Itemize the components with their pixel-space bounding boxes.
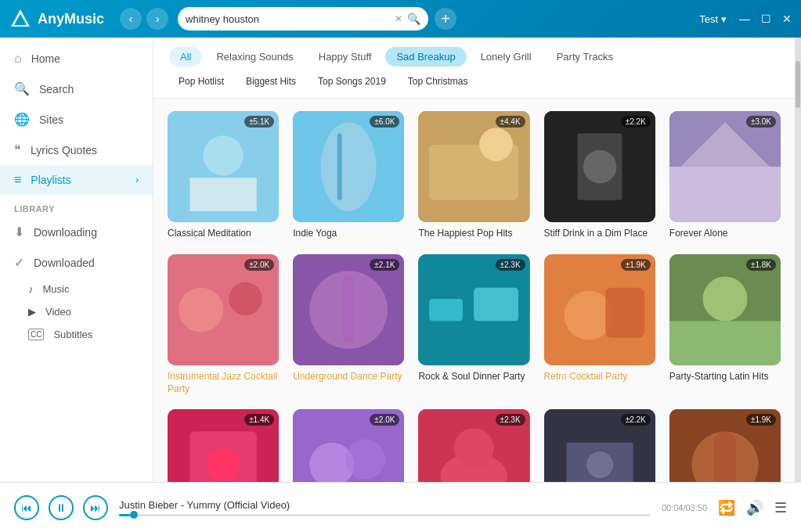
card-badge: ±3.0K <box>746 116 776 128</box>
playlist-card-6[interactable]: ±2.0K Instrumental Jazz Cocktail Party <box>168 254 279 395</box>
card-thumbnail: ±2.2K <box>544 111 655 222</box>
filter-tabs-row2: Pop Hotlist Biggest Hits Top Songs 2019 … <box>169 73 779 90</box>
music-icon: ♪ <box>28 283 34 295</box>
filter-all[interactable]: All <box>169 47 202 66</box>
sidebar-item-home[interactable]: ⌂ Home <box>0 44 153 74</box>
playlist-card-9[interactable]: ±1.9K Retro Cocktail Party <box>544 254 655 395</box>
filter-happy[interactable]: Happy Stuff <box>308 47 383 66</box>
player-title: Justin Bieber - Yummy (Official Video) <box>119 499 651 511</box>
prev-button[interactable]: ⏮ <box>14 495 39 520</box>
card-thumbnail: ±2.3K <box>418 409 529 482</box>
sidebar-label-subtitles: Subtitles <box>53 329 92 340</box>
search-clear-icon[interactable]: ✕ <box>395 13 402 24</box>
card-title: Retro Cocktail Party <box>544 371 655 383</box>
filter-sad[interactable]: Sad Breakup <box>385 47 466 66</box>
logo: AnyMusic <box>9 8 104 30</box>
sidebar-sub-subtitles[interactable]: CC Subtitles <box>0 323 153 346</box>
add-tab-button[interactable]: + <box>435 8 456 30</box>
card-thumbnail: ±5.1K <box>168 111 279 222</box>
filter-relaxing[interactable]: Relaxing Sounds <box>205 47 304 66</box>
player-controls: ⏮ ⏸ ⏭ <box>14 495 108 520</box>
card-title: Party-Starting Latin Hits <box>669 371 781 383</box>
sidebar-label-playlists: Playlists <box>31 174 70 186</box>
filter-xmas[interactable]: Top Christmas <box>399 73 478 90</box>
svg-rect-28 <box>605 287 644 337</box>
player-time: 00:04/03:50 <box>662 503 707 512</box>
playlist-card-15[interactable]: ±1.9K Midnight Melancholy <box>669 409 781 482</box>
search-input[interactable] <box>186 13 390 25</box>
playlists-icon: ≡ <box>14 173 21 187</box>
maximize-button[interactable]: ☐ <box>761 13 771 25</box>
progress-bar[interactable] <box>119 514 651 516</box>
playlist-card-12[interactable]: ±2.0K Family Approved Reggaeton Party <box>293 409 404 482</box>
card-title: Underground Dance Party <box>293 371 404 383</box>
svg-point-6 <box>321 122 377 211</box>
playlist-card-11[interactable]: ±1.4K Punk Party <box>168 409 279 482</box>
repeat-button[interactable]: 🔁 <box>718 499 735 516</box>
player-info: Justin Bieber - Yummy (Official Video) <box>119 499 651 516</box>
minimize-button[interactable]: — <box>739 13 750 25</box>
close-button[interactable]: ✕ <box>782 13 792 25</box>
next-button[interactable]: ⏭ <box>83 495 108 520</box>
title-right: Test ▾ — ☐ ✕ <box>699 13 792 25</box>
back-button[interactable]: ‹ <box>120 8 142 30</box>
playlist-card-7[interactable]: ±2.1K Underground Dance Party <box>293 254 404 395</box>
sidebar-item-playlists[interactable]: ≡ Playlists › <box>0 165 153 195</box>
playlist-card-1[interactable]: ±5.1K Classical Meditation <box>168 111 279 240</box>
sidebar-item-downloading[interactable]: ⬇ Downloading <box>0 217 153 247</box>
playlist-card-14[interactable]: ±2.2K Another Lonely Night <box>544 409 655 482</box>
svg-point-19 <box>229 282 262 315</box>
svg-rect-22 <box>343 276 354 343</box>
title-bar: AnyMusic ‹ › ✕ 🔍 + Test ▾ — ☐ ✕ <box>0 0 801 38</box>
svg-point-40 <box>454 428 494 468</box>
forward-button[interactable]: › <box>146 8 168 30</box>
playlist-grid: ±5.1K Classical Meditation ±6.0K Indie Y… <box>168 111 781 482</box>
playlist-card-5[interactable]: ±3.0K Forever Alone <box>669 111 781 240</box>
playlist-card-13[interactable]: ±2.3K One is the Loneliest Number <box>418 409 529 482</box>
card-title: Instrumental Jazz Cocktail Party <box>168 371 279 395</box>
card-thumbnail: ±2.0K <box>293 409 404 482</box>
svg-rect-24 <box>430 299 464 321</box>
card-thumbnail: ±1.9K <box>544 254 655 365</box>
svg-point-10 <box>480 128 514 161</box>
sidebar-label-home: Home <box>31 52 60 65</box>
sidebar-item-lyrics[interactable]: ❝ Lyrics Quotes <box>0 135 153 165</box>
playlist-card-8[interactable]: ±2.3K Rock & Soul Dinner Party <box>418 254 529 395</box>
sidebar-sub-music[interactable]: ♪ Music <box>0 278 153 300</box>
sidebar-label-music: Music <box>43 283 70 295</box>
card-badge: ±2.0K <box>370 414 399 426</box>
playlist-grid-area: ±5.1K Classical Meditation ±6.0K Indie Y… <box>153 99 795 482</box>
svg-point-31 <box>702 276 747 321</box>
downloaded-icon: ✓ <box>14 255 24 270</box>
sidebar-label-video: Video <box>45 306 71 318</box>
card-thumbnail: ±2.1K <box>293 254 404 365</box>
filter-party[interactable]: Party Tracks <box>546 47 624 66</box>
card-thumbnail: ±6.0K <box>293 111 404 222</box>
filter-lonely[interactable]: Lonely Grill <box>470 47 543 66</box>
sidebar-sub-video[interactable]: ▶ Video <box>0 300 153 323</box>
sidebar-item-sites[interactable]: 🌐 Sites <box>0 104 153 135</box>
svg-rect-7 <box>337 133 342 200</box>
scroll-track[interactable] <box>795 38 801 482</box>
filter-biggest[interactable]: Biggest Hits <box>236 73 305 90</box>
playlist-card-10[interactable]: ±1.8K Party-Starting Latin Hits <box>669 254 781 395</box>
user-menu[interactable]: Test ▾ <box>699 13 727 25</box>
volume-button[interactable]: 🔊 <box>746 499 763 516</box>
sidebar-item-search[interactable]: 🔍 Search <box>0 74 153 104</box>
playlist-card-3[interactable]: ±4.4K The Happiest Pop Hits <box>418 111 529 240</box>
svg-point-13 <box>583 150 616 184</box>
nav-buttons: ‹ › <box>120 8 168 30</box>
filter-pop[interactable]: Pop Hotlist <box>169 73 233 90</box>
card-badge: ±1.8K <box>746 259 776 271</box>
filter-top2019[interactable]: Top Songs 2019 <box>308 73 395 90</box>
sidebar-item-downloaded[interactable]: ✓ Downloaded <box>0 247 153 278</box>
sidebar-label-search: Search <box>39 83 74 95</box>
filter-tabs-row1: All Relaxing Sounds Happy Stuff Sad Brea… <box>169 47 779 66</box>
pause-button[interactable]: ⏸ <box>49 495 74 520</box>
scroll-thumb <box>796 61 800 108</box>
user-chevron-icon: ▾ <box>721 13 727 25</box>
subtitles-icon: CC <box>28 329 44 340</box>
playlist-card-4[interactable]: ±2.2K Stiff Drink in a Dim Place <box>544 111 655 240</box>
queue-button[interactable]: ☰ <box>774 499 787 516</box>
playlist-card-2[interactable]: ±6.0K Indie Yoga <box>293 111 404 240</box>
